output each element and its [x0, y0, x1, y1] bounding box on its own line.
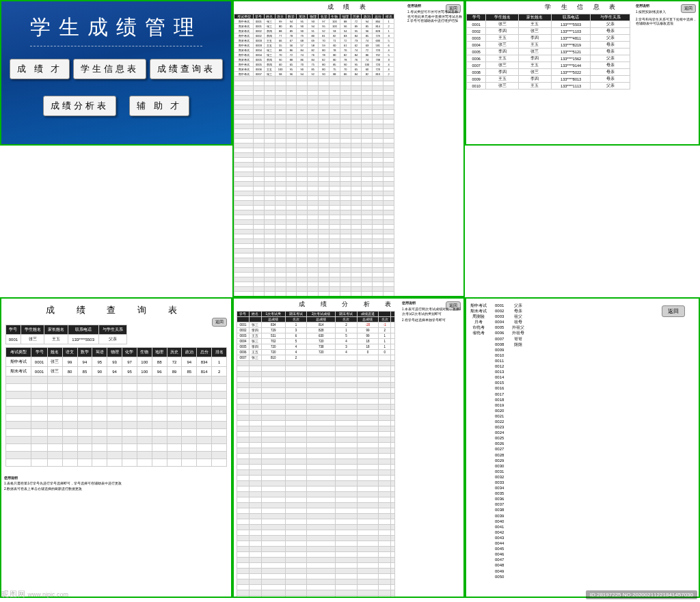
table-row: 期末考试0002李四8889909192939495968281	[234, 29, 394, 33]
list-item: 0046	[495, 551, 504, 557]
query-title: 成 绩 查 询 表	[1, 304, 231, 316]
list-item: 月考	[470, 319, 487, 325]
table-row: 期中考试0004张三7072747678808284867025	[234, 53, 394, 57]
table-header: 学号	[467, 14, 486, 21]
score-notes: 使用说明 1.考试类型可不填可填写考试名称，也可在此单元格中直接填写考试名称 2…	[407, 4, 462, 24]
query-score-table: 考试类型学号姓名语文数学英语物理化学生物地理历史政治总分排名 期中考试0001张…	[5, 347, 227, 467]
btn-score-query[interactable]: 成绩查询表	[150, 59, 223, 79]
table-header: 生物	[329, 14, 340, 19]
table-header: 英语	[92, 348, 107, 357]
table-row: 期中考试0005李四60657075808590951007204	[234, 62, 394, 67]
list-item: 0006	[495, 330, 504, 336]
list-item: 0032	[495, 474, 504, 480]
table-header: 英语	[297, 14, 308, 19]
score-analysis-panel: 成 绩 分 析 表 返回 使用说明 1.本表可进行两次考试成绩对比，直接1次考试…	[232, 297, 465, 598]
list-item: 母亲	[512, 308, 524, 314]
list-item: 0025	[495, 435, 504, 441]
list-item: 0047	[495, 557, 504, 562]
list-item: 0037	[495, 502, 504, 507]
aux-sheet-panel: 返回 期中考试期末考试周测验月考市统考省统考 00010002000300040…	[465, 297, 700, 598]
table-header: 学号	[6, 325, 21, 335]
btn-score-analysis[interactable]: 成绩分析表	[43, 96, 116, 116]
list-item: 0016	[495, 385, 504, 391]
table-row: 期中考试0001张三99949593971008872948341	[234, 19, 394, 24]
table-header: 数学	[286, 14, 297, 19]
list-item: 0030	[495, 463, 504, 469]
list-item: 期中考试	[470, 303, 487, 308]
table-header	[379, 312, 391, 317]
list-item: 0018	[495, 397, 504, 402]
back-button[interactable]: 返回	[662, 305, 685, 317]
table-row: 期末考试0006王五10095908580757065607204	[234, 67, 394, 72]
aux-exam-types: 期中考试期末考试周测验月考市统考省统考	[466, 303, 491, 579]
table-row: 0006王五7204720400	[237, 350, 395, 355]
table-header: 考试类型	[234, 14, 254, 19]
list-item: 祖父	[512, 314, 524, 319]
table-header: 姓名	[47, 348, 62, 357]
list-item: 哥哥	[512, 336, 524, 342]
btn-score-sheet[interactable]: 成 绩 才	[10, 59, 70, 79]
list-item: 0049	[495, 569, 504, 574]
table-header: 1次考试类	[261, 312, 285, 317]
table-row: 0002李四72938281992	[237, 328, 395, 333]
table-header: 家长姓名	[44, 325, 68, 335]
analysis-table: 学号姓名1次考试类期末考试2次考试成绩期末考试成绩进退总成绩名次总成绩名次总成绩…	[237, 311, 395, 598]
table-row: 0010张三王五133****1113父亲	[467, 83, 630, 90]
table-row: 0007张三王五133****9144母亲	[467, 62, 630, 69]
back-button[interactable]: 返回	[212, 318, 227, 327]
list-item: 省统考	[470, 330, 487, 336]
list-item: 0021	[495, 413, 504, 419]
list-item: 0017	[495, 392, 504, 397]
table-header: 历史	[351, 14, 362, 19]
table-header: 考试类型	[6, 348, 31, 357]
table-header: 语文	[62, 348, 77, 357]
table-header: 学号	[254, 14, 265, 19]
list-item: 0023	[495, 424, 504, 430]
dashboard-title: 学生成绩管理	[30, 14, 202, 46]
table-row: 期末考试0001张三80859094951009689858142	[6, 367, 227, 377]
table-row: 0005李四张三133****5121母亲	[467, 49, 630, 55]
list-item: 0048	[495, 562, 504, 568]
list-item: 0029	[495, 458, 504, 463]
table-header: 政治	[362, 14, 373, 19]
table-header: 物理	[107, 348, 122, 357]
list-item: 期末考试	[470, 308, 487, 314]
list-item: 0044	[495, 541, 504, 546]
watermark: 昵图网 www.nipic.com	[1, 589, 68, 598]
list-item: 0039	[495, 513, 504, 519]
list-item: 0022	[495, 419, 504, 424]
list-item: 周测验	[470, 314, 487, 319]
table-row: 0001张三83418142-20-1	[237, 323, 395, 328]
table-row: 期末考试0004张三8886848280787674727204	[234, 48, 394, 53]
student-info-panel: 学 生 信 息 表 返回 使用说明 1.按照实际情况录入 2.学号和与学生关系可…	[465, 0, 700, 146]
list-item: 0010	[495, 353, 504, 358]
table-header: 学号	[31, 348, 48, 357]
table-header: 总分	[373, 14, 383, 19]
dashboard-panel: 学生成绩管理 成 绩 才 学生信息表 成绩查询表 成绩分析表 辅 助 才	[0, 0, 232, 146]
table-header: 生物	[137, 348, 152, 357]
list-item: 0034	[495, 485, 504, 491]
list-item: 0004	[495, 319, 504, 325]
table-header: 物理	[308, 14, 319, 19]
list-item: 0041	[495, 524, 504, 530]
table-header: 2次考试成绩	[307, 312, 336, 317]
table-row: 期末考试0003王五6667686970717273746305	[234, 38, 394, 43]
query-info-table: 学号学生姓名家长姓名联系电话与学生关系 0001张三王五133****5503父…	[5, 325, 127, 344]
btn-student-info[interactable]: 学生信息表	[73, 59, 146, 79]
list-item: 0005	[495, 325, 504, 330]
table-header: 语文	[275, 14, 286, 19]
table-header: 姓名	[264, 14, 275, 19]
table-header: 与学生关系	[591, 14, 630, 21]
list-item: 0038	[495, 507, 504, 512]
btn-aux-sheet[interactable]: 辅 助 才	[129, 96, 189, 116]
score-query-panel: 成 绩 查 询 表 返回 学号学生姓名家长姓名联系电话与学生关系 0001张三王…	[0, 297, 232, 598]
table-header: 期末考试	[285, 312, 307, 317]
table-row: 0005李四72047383181	[237, 344, 395, 350]
table-row: 0006王五李四133****1562父亲	[467, 55, 630, 62]
list-item: 祖母	[512, 319, 524, 325]
table-header: 排名	[212, 348, 227, 357]
score-table: 考试类型学号姓名语文数学英语物理化学生物地理历史政治总分排名 期中考试0001张…	[234, 14, 394, 297]
list-item: 0033	[495, 480, 504, 485]
list-item: 0009	[495, 347, 504, 353]
table-header: 化学	[122, 348, 137, 357]
